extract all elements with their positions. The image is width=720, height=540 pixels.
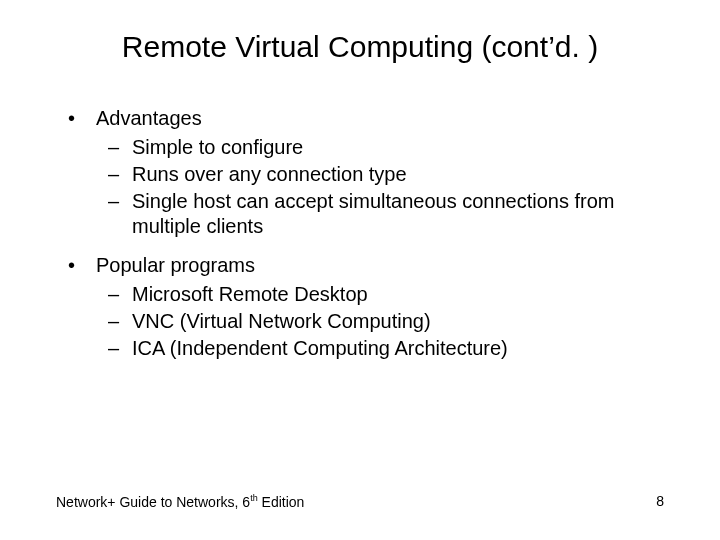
footer-text-post: Edition [258, 494, 305, 510]
list-item: • Popular programs –Microsoft Remote Des… [68, 253, 664, 361]
slide-title: Remote Virtual Computing (cont’d. ) [56, 30, 664, 64]
footer-text-sup: th [250, 493, 258, 503]
sub-list: –Simple to configure –Runs over any conn… [68, 135, 664, 239]
dash-icon: – [108, 135, 132, 160]
bullet-icon: • [68, 106, 96, 131]
slide-content: • Advantages –Simple to configure –Runs … [56, 106, 664, 361]
list-item: –Microsoft Remote Desktop [108, 282, 664, 307]
list-item: –Runs over any connection type [108, 162, 664, 187]
list-item: –ICA (Independent Computing Architecture… [108, 336, 664, 361]
bullet-list: • Advantages –Simple to configure –Runs … [56, 106, 664, 361]
sub-item-label: Microsoft Remote Desktop [132, 282, 368, 307]
dash-icon: – [108, 309, 132, 334]
dash-icon: – [108, 282, 132, 307]
dash-icon: – [108, 162, 132, 187]
list-item: –Single host can accept simultaneous con… [108, 189, 664, 239]
list-item: –Simple to configure [108, 135, 664, 160]
slide-footer: Network+ Guide to Networks, 6th Edition … [56, 493, 664, 510]
footer-source: Network+ Guide to Networks, 6th Edition [56, 493, 304, 510]
page-number: 8 [656, 493, 664, 510]
dash-icon: – [108, 336, 132, 361]
sub-list: –Microsoft Remote Desktop –VNC (Virtual … [68, 282, 664, 361]
footer-text-pre: Network+ Guide to Networks, 6 [56, 494, 250, 510]
sub-item-label: ICA (Independent Computing Architecture) [132, 336, 508, 361]
list-item-label: Popular programs [96, 253, 255, 278]
sub-item-label: Runs over any connection type [132, 162, 407, 187]
list-item: –VNC (Virtual Network Computing) [108, 309, 664, 334]
dash-icon: – [108, 189, 132, 239]
list-item-label: Advantages [96, 106, 202, 131]
sub-item-label: Simple to configure [132, 135, 303, 160]
sub-item-label: VNC (Virtual Network Computing) [132, 309, 431, 334]
list-item: • Advantages –Simple to configure –Runs … [68, 106, 664, 239]
sub-item-label: Single host can accept simultaneous conn… [132, 189, 664, 239]
slide: Remote Virtual Computing (cont’d. ) • Ad… [0, 0, 720, 540]
bullet-icon: • [68, 253, 96, 278]
